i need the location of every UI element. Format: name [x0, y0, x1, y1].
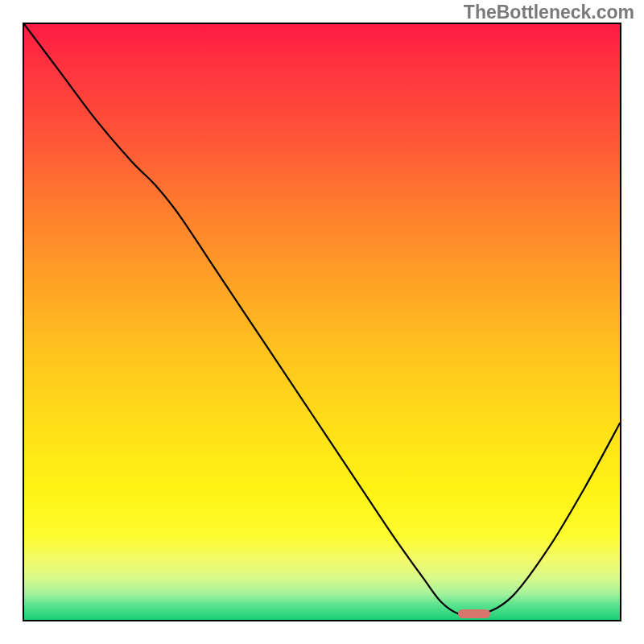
line-series: [24, 24, 620, 620]
plot-area: [23, 23, 621, 621]
optimal-marker: [458, 609, 490, 618]
chart-container: TheBottleneck.com: [0, 0, 644, 644]
watermark-text: TheBottleneck.com: [464, 2, 634, 23]
